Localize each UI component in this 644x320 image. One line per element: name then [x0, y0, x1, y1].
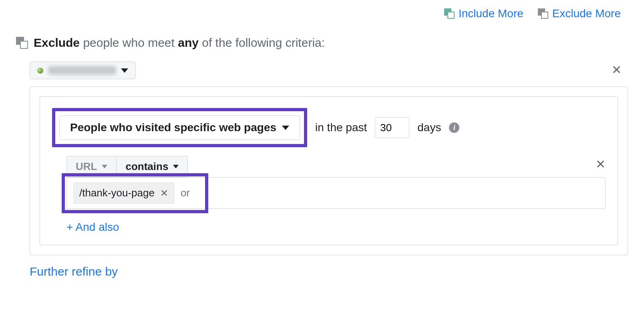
remove-rule-button[interactable]: ✕ [596, 158, 606, 170]
pixel-source-dropdown[interactable] [30, 62, 136, 79]
days-label: days [417, 121, 441, 134]
remove-source-button[interactable]: ✕ [612, 64, 622, 76]
pixel-source-label [48, 66, 116, 75]
any-word: any [178, 36, 199, 49]
chevron-down-icon [173, 165, 179, 168]
exclude-more-label: Exclude More [552, 7, 621, 20]
chevron-down-icon [282, 126, 289, 130]
url-operator-dropdown[interactable]: contains [117, 156, 188, 177]
exclude-headline: Exclude people who meet any of the follo… [16, 36, 628, 50]
headline-end: of the following criteria: [199, 36, 325, 49]
and-also-button[interactable]: + And also [66, 221, 119, 234]
audience-type-dropdown[interactable]: People who visited specific web pages [59, 115, 300, 140]
exclude-more-icon [538, 8, 548, 19]
further-refine-link[interactable]: Further refine by [30, 265, 118, 278]
url-values-input[interactable]: /thank-you-page ✕ [66, 177, 606, 209]
url-chip: /thank-you-page ✕ [73, 182, 174, 204]
url-operator-label: contains [125, 160, 168, 173]
exclude-more-link[interactable]: Exclude More [538, 7, 621, 20]
include-more-label: Include More [459, 7, 523, 20]
chevron-down-icon [121, 68, 128, 73]
url-field-dropdown[interactable]: URL [66, 156, 117, 177]
status-dot-icon [37, 68, 43, 74]
exclude-word: Exclude [34, 36, 80, 49]
remove-chip-button[interactable]: ✕ [160, 188, 168, 199]
headline-mid: people who meet [80, 36, 178, 49]
exclude-section-icon [16, 37, 28, 49]
url-chip-label: /thank-you-page [79, 187, 155, 199]
days-input[interactable] [375, 117, 409, 138]
audience-type-highlight: People who visited specific web pages [52, 108, 307, 147]
audience-type-label: People who visited specific web pages [70, 121, 276, 134]
url-field-label: URL [76, 160, 97, 173]
criteria-panel: People who visited specific web pages in… [30, 86, 628, 255]
in-the-past-label: in the past [315, 121, 367, 134]
criteria-card: People who visited specific web pages in… [40, 96, 618, 245]
chevron-down-icon [102, 165, 107, 168]
include-more-icon [444, 8, 455, 19]
url-or-input[interactable] [180, 186, 599, 200]
info-icon[interactable]: i [449, 122, 459, 133]
include-more-link[interactable]: Include More [444, 7, 523, 20]
